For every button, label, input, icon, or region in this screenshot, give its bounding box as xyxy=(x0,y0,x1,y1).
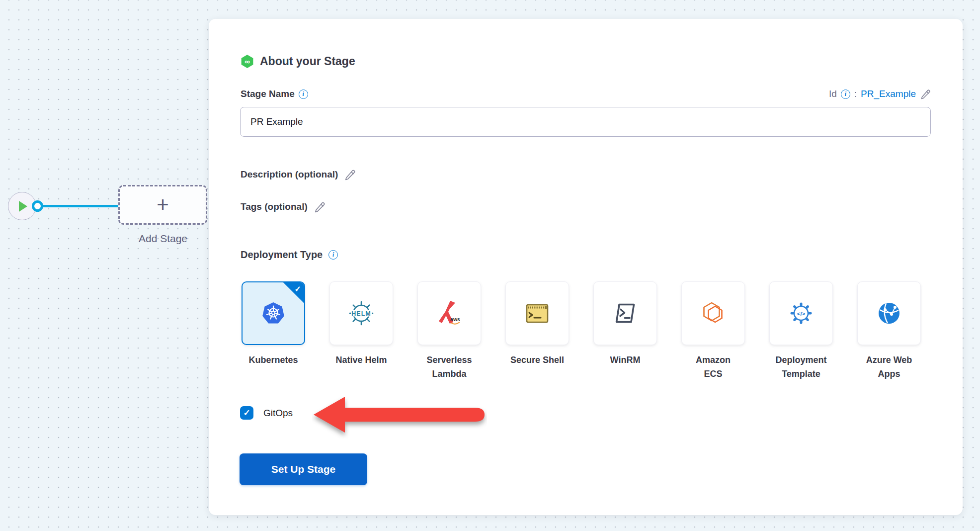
edit-description-icon[interactable] xyxy=(344,169,356,180)
deployment-option-label: WinRM xyxy=(581,353,669,367)
helm-icon: HELM xyxy=(347,299,376,328)
deployment-option-kubernetes[interactable]: ✓ xyxy=(242,281,305,345)
panel-title: About your Stage xyxy=(260,55,355,68)
deployment-option-label: Deployment Template xyxy=(757,353,845,381)
deployment-option-deployment-template[interactable]: </> xyxy=(769,281,833,345)
add-stage-button[interactable]: + xyxy=(118,185,207,225)
deployment-option-label: Kubernetes xyxy=(230,353,317,367)
plus-icon: + xyxy=(157,194,169,215)
stage-name-info-icon[interactable]: i xyxy=(299,89,308,99)
id-colon: : xyxy=(854,88,857,99)
selected-check-icon: ✓ xyxy=(295,284,301,294)
svg-text:aws: aws xyxy=(450,316,460,322)
deployment-option-label: Amazon ECS xyxy=(669,353,757,381)
amazon-ecs-icon xyxy=(699,299,728,328)
cd-stage-icon: ∞ xyxy=(241,55,254,68)
edit-id-icon[interactable] xyxy=(920,88,931,99)
deployment-option-native-helm[interactable]: HELM xyxy=(329,281,393,345)
stage-id-value: PR_Example xyxy=(861,88,916,99)
secure-shell-icon xyxy=(523,299,552,328)
node-connector-port[interactable] xyxy=(32,200,43,212)
tags-label: Tags (optional) xyxy=(241,201,308,212)
deployment-option-label: Secure Shell xyxy=(493,353,581,367)
deployment-option-azure-web-apps[interactable] xyxy=(857,281,921,345)
pipeline-stage-setup-screen: { "canvas": { "add_stage": "Add Stage", … xyxy=(0,0,980,531)
about-stage-panel: ∞ About your Stage Stage Name i Id i : P… xyxy=(209,19,963,515)
stage-name-label: Stage Name xyxy=(241,88,295,99)
id-info-icon[interactable]: i xyxy=(841,89,850,99)
winrm-icon xyxy=(611,299,640,328)
id-label: Id xyxy=(829,88,837,99)
deployment-option-serverless-lambda[interactable]: aws xyxy=(417,281,481,345)
panel-header: ∞ About your Stage xyxy=(241,55,355,68)
deployment-option-label: Serverless Lambda xyxy=(406,353,493,381)
stage-id-row: Id i : PR_Example xyxy=(829,88,931,99)
deployment-option-amazon-ecs[interactable] xyxy=(681,281,745,345)
gitops-checkbox[interactable]: ✓ xyxy=(240,406,253,420)
add-stage-label: Add Stage xyxy=(113,233,213,245)
kubernetes-icon xyxy=(259,299,288,328)
deployment-option-label: Azure Web Apps xyxy=(845,353,933,381)
gitops-label: GitOps xyxy=(263,408,293,419)
stage-name-input[interactable] xyxy=(240,107,931,137)
edit-tags-icon[interactable] xyxy=(314,201,326,213)
node-connector-line xyxy=(42,205,118,207)
play-icon xyxy=(19,201,27,212)
deployment-type-options: ✓ Kubernetes HELM Native Helm xyxy=(242,281,921,381)
deployment-template-icon: </> xyxy=(787,299,816,328)
deployment-option-secure-shell[interactable] xyxy=(505,281,569,345)
deployment-type-label: Deployment Type xyxy=(241,249,323,261)
deployment-type-info-icon[interactable]: i xyxy=(328,250,338,260)
set-up-stage-button[interactable]: Set Up Stage xyxy=(240,453,367,485)
deployment-option-label: Native Helm xyxy=(318,353,405,367)
checkbox-check-icon: ✓ xyxy=(243,408,250,418)
deployment-option-winrm[interactable] xyxy=(593,281,657,345)
svg-text:</>: </> xyxy=(797,311,806,317)
svg-text:HELM: HELM xyxy=(351,310,371,317)
serverless-lambda-icon: aws xyxy=(435,299,464,328)
description-label: Description (optional) xyxy=(241,169,338,180)
azure-web-apps-icon xyxy=(875,299,903,328)
annotation-arrow xyxy=(312,391,487,439)
